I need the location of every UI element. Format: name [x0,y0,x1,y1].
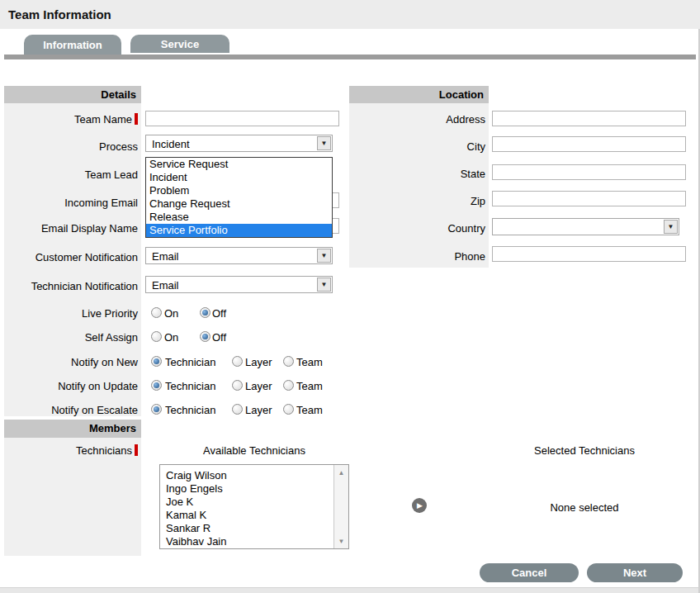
tab-information[interactable]: Information [24,35,121,55]
notify-on-escalate-label: Notify on Escalate [4,403,138,416]
live-priority-on-label: On [164,307,178,320]
self-assign-on-label: On [164,331,178,344]
customer-notification-select[interactable]: Email ▼ [145,247,333,264]
list-item[interactable]: Vaibhav Jain [160,535,348,548]
self-assign-off-radio[interactable] [200,331,210,342]
phone-label: Phone [349,249,485,263]
list-item[interactable]: Craig Wilson [160,469,348,482]
notify-on-escalate-layer-radio[interactable] [232,404,243,415]
play-icon: ▶ [417,502,423,510]
notify-on-update-label: Notify on Update [4,379,138,392]
team-information-page: Team Information Information Service Det… [0,0,700,593]
required-marker [135,113,138,125]
technician-notification-label: Technician Notification [4,279,138,292]
self-assign-on-radio[interactable] [151,331,162,342]
move-right-button[interactable]: ▶ [412,498,427,513]
live-priority-on-radio[interactable] [151,307,162,318]
notify-on-update-team-label: Team [296,380,323,393]
process-dropdown-list: Service Request Incident Problem Change … [145,157,333,238]
self-assign-label: Self Assign [4,330,138,344]
city-label: City [349,140,485,153]
address-input[interactable] [492,111,686,126]
country-select[interactable]: ▼ [492,218,679,235]
notify-on-escalate-technician-radio[interactable] [151,404,162,415]
process-option[interactable]: Release [146,211,332,224]
notify-on-new-team-label: Team [296,356,323,369]
incoming-email-label: Incoming Email [4,196,138,209]
cancel-button[interactable]: Cancel [480,563,579,582]
notify-on-new-team-radio[interactable] [283,356,294,367]
team-lead-label: Team Lead [4,168,138,181]
customer-notification-label: Customer Notification [4,250,138,263]
technician-notification-select[interactable]: Email ▼ [145,276,333,293]
notify-on-new-technician-label: Technician [165,356,215,369]
scroll-up-icon[interactable]: ▲ [334,467,348,478]
selected-technicians-header: Selected Technicians [494,444,675,458]
state-input[interactable] [492,164,686,180]
technicians-label: Technicians [4,444,138,457]
list-item[interactable]: Joe K [160,496,348,509]
location-label-column [349,103,489,268]
notify-on-update-layer-label: Layer [245,380,272,393]
chevron-down-icon[interactable]: ▼ [317,249,331,263]
tab-underline [4,55,696,59]
listbox-scrollbar[interactable]: ▲ ▼ [333,465,348,548]
process-select[interactable]: Incident ▼ [145,135,333,152]
live-priority-label: Live Priority [4,306,138,320]
live-priority-off-radio[interactable] [200,307,210,318]
notify-on-new-label: Notify on New [4,355,138,368]
process-option-highlighted[interactable]: Service Portfolio [146,224,332,237]
tab-service[interactable]: Service [130,35,229,53]
city-input[interactable] [492,136,686,152]
none-selected-text: None selected [494,501,675,515]
notify-on-update-team-radio[interactable] [283,380,294,391]
process-option[interactable]: Service Request [146,158,332,171]
self-assign-off-label: Off [212,331,226,344]
details-section-header: Details [4,86,141,103]
team-name-input[interactable] [145,111,339,126]
scroll-down-icon[interactable]: ▼ [334,535,348,547]
location-section-header: Location [349,86,489,103]
notify-on-new-technician-radio[interactable] [151,356,162,367]
page-title: Team Information [8,7,111,21]
notify-on-update-technician-radio[interactable] [151,380,162,391]
tab-service-label: Service [161,38,199,50]
available-technicians-listbox[interactable]: Craig Wilson Ingo Engels Joe K Kamal K S… [159,464,349,549]
notify-on-escalate-team-label: Team [296,404,323,417]
state-label: State [349,167,485,180]
bottom-edge [0,587,700,593]
list-item[interactable]: Ingo Engels [160,482,348,496]
chevron-down-icon[interactable]: ▼ [317,278,331,292]
notify-on-update-layer-radio[interactable] [232,380,243,391]
notify-on-escalate-technician-label: Technician [165,404,215,417]
email-display-name-label: Email Display Name [4,221,138,235]
list-item[interactable]: Sankar R [160,522,348,535]
phone-input[interactable] [492,246,686,262]
list-item[interactable]: Kamal K [160,509,348,522]
notify-on-new-layer-label: Layer [245,356,272,369]
process-option[interactable]: Change Request [146,197,332,211]
available-technicians-header: Available Technicians [159,444,349,458]
chevron-down-icon[interactable]: ▼ [317,136,331,150]
process-option[interactable]: Problem [146,184,332,197]
zip-label: Zip [349,194,485,207]
live-priority-off-label: Off [212,307,226,320]
zip-input[interactable] [492,191,686,206]
chevron-down-icon[interactable]: ▼ [664,220,678,234]
process-select-value: Incident [152,138,190,150]
notify-on-new-layer-radio[interactable] [232,356,243,367]
notify-on-escalate-layer-label: Layer [245,404,272,417]
process-label: Process [4,140,138,153]
team-name-label: Team Name [4,112,138,126]
notify-on-escalate-team-radio[interactable] [283,404,294,415]
process-option[interactable]: Incident [146,171,332,184]
members-section-header: Members [4,420,141,438]
address-label: Address [349,112,485,126]
notify-on-update-technician-label: Technician [165,380,215,393]
required-marker [135,444,138,456]
next-button[interactable]: Next [587,563,683,582]
tab-information-label: Information [43,39,102,51]
country-label: Country [349,221,485,235]
